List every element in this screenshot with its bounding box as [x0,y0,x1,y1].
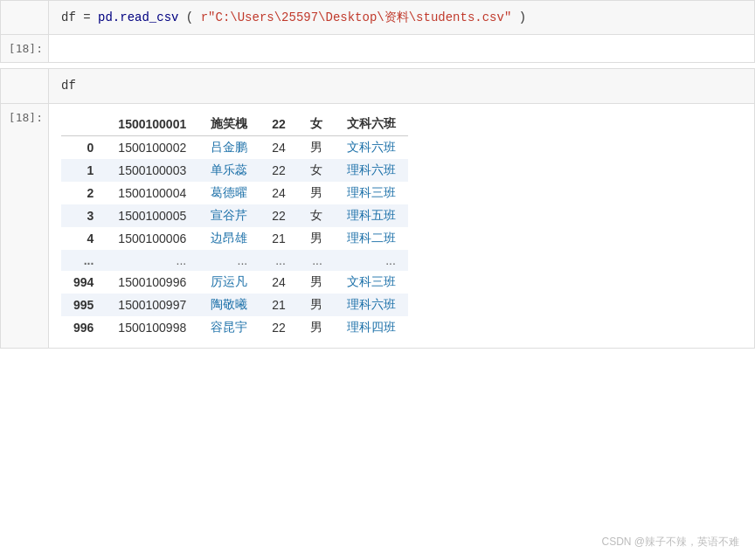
code-str: r"C:\Users\25597\Desktop\资料\students.csv… [201,10,512,24]
df-cell-gender: 女 [298,159,335,182]
df-header-index [61,113,106,136]
df-cell-gender: 男 [298,182,335,204]
df-cell-id: 1500100003 [106,159,198,182]
table-row: 9961500100998容昆宇22男理科四班 [61,316,408,339]
df-cell-age: 22 [260,159,298,182]
df-cell-age: ... [260,250,298,271]
df-header-col5: 文科六班 [335,113,408,136]
table-row: .................. [61,250,408,271]
df-cell-name: 吕金鹏 [198,135,260,159]
df-cell-age: 22 [260,316,298,339]
df-cell-id: 1500100005 [106,204,198,227]
cell-1-output-label: [18]: [1,35,49,62]
table-row: 31500100005宣谷芹22女理科五班 [61,204,408,227]
dataframe-output: 1500100001 施笑槐 22 女 文科六班 01500100002吕金鹏2… [49,104,754,348]
df-cell-index: 3 [61,204,106,227]
df-cell-name: 葛德曜 [198,182,260,204]
cell-2-output-label: [18]: [1,104,49,348]
df-cell-gender: 男 [298,135,335,159]
df-cell-class: 理科五班 [335,204,408,227]
df-cell-name: 宣谷芹 [198,204,260,227]
df-cell-class: 理科六班 [335,294,408,316]
table-row: 9941500100996厉运凡24男文科三班 [61,271,408,294]
code-func: pd.read_csv [98,10,178,24]
cell-1-output-label-row: [18]: [0,35,755,63]
df-cell-class: ... [335,250,408,271]
df-cell-age: 22 [260,204,298,227]
cell-2-code[interactable]: df [49,69,754,102]
df-cell-index: 994 [61,271,106,294]
df-header-col4: 女 [298,113,335,136]
df-cell-index: ... [61,250,106,271]
df-cell-class: 理科四班 [335,316,408,339]
df-cell-name: 容昆宇 [198,316,260,339]
cell-1-input: df = pd.read_csv ( r"C:\Users\25597\Desk… [0,0,755,35]
df-body: 01500100002吕金鹏24男文科六班11500100003单乐蕊22女理科… [61,135,408,339]
df-cell-age: 21 [260,294,298,316]
cell-2-output-row: [18]: 1500100001 施笑槐 22 女 文科六班 015001000… [0,104,755,349]
df-cell-name: 陶敬曦 [198,294,260,316]
table-row: 01500100002吕金鹏24男文科六班 [61,135,408,159]
df-cell-id: 1500100997 [106,294,198,316]
df-cell-id: ... [106,250,198,271]
df-header-row: 1500100001 施笑槐 22 女 文科六班 [61,113,408,136]
df-header-col3: 22 [260,113,298,136]
df-cell-gender: ... [298,250,335,271]
cell-1-label [1,1,49,34]
watermark: CSDN @辣子不辣，英语不难 [601,535,739,550]
df-cell-index: 995 [61,294,106,316]
df-cell-class: 文科六班 [335,135,408,159]
cell-2-input: df [0,68,755,103]
code-df-var: df [61,79,76,93]
code-var: df [61,10,76,24]
df-cell-age: 24 [260,271,298,294]
code-equals: = [83,10,98,24]
df-header-col1: 1500100001 [106,113,198,136]
df-cell-class: 文科三班 [335,271,408,294]
df-cell-gender: 女 [298,204,335,227]
df-cell-age: 24 [260,135,298,159]
table-row: 41500100006边昂雄21男理科二班 [61,227,408,250]
df-cell-index: 996 [61,316,106,339]
df-cell-index: 4 [61,227,106,250]
cell-1-code[interactable]: df = pd.read_csv ( r"C:\Users\25597\Desk… [49,1,754,34]
table-row: 21500100004葛德曜24男理科三班 [61,182,408,204]
df-cell-id: 1500100006 [106,227,198,250]
df-cell-index: 1 [61,159,106,182]
df-cell-age: 24 [260,182,298,204]
df-cell-id: 1500100002 [106,135,198,159]
table-row: 11500100003单乐蕊22女理科六班 [61,159,408,182]
code-paren-close: ) [519,10,526,24]
df-cell-name: 边昂雄 [198,227,260,250]
df-cell-name: 单乐蕊 [198,159,260,182]
df-header-col2: 施笑槐 [198,113,260,136]
df-cell-id: 1500100998 [106,316,198,339]
df-cell-index: 2 [61,182,106,204]
df-cell-gender: 男 [298,271,335,294]
table-row: 9951500100997陶敬曦21男理科六班 [61,294,408,316]
df-cell-id: 1500100004 [106,182,198,204]
df-cell-class: 理科三班 [335,182,408,204]
df-cell-gender: 男 [298,227,335,250]
df-cell-age: 21 [260,227,298,250]
df-cell-id: 1500100996 [106,271,198,294]
notebook-page: df = pd.read_csv ( r"C:\Users\25597\Desk… [0,0,755,560]
df-cell-name: ... [198,250,260,271]
df-cell-class: 理科二班 [335,227,408,250]
code-paren-open: ( [186,10,193,24]
dataframe-table: 1500100001 施笑槐 22 女 文科六班 01500100002吕金鹏2… [61,113,408,339]
df-cell-gender: 男 [298,294,335,316]
df-cell-gender: 男 [298,316,335,339]
df-cell-index: 0 [61,135,106,159]
cell-2-label [1,69,49,102]
df-cell-class: 理科六班 [335,159,408,182]
df-cell-name: 厉运凡 [198,271,260,294]
cell-1-output-empty [49,35,754,62]
